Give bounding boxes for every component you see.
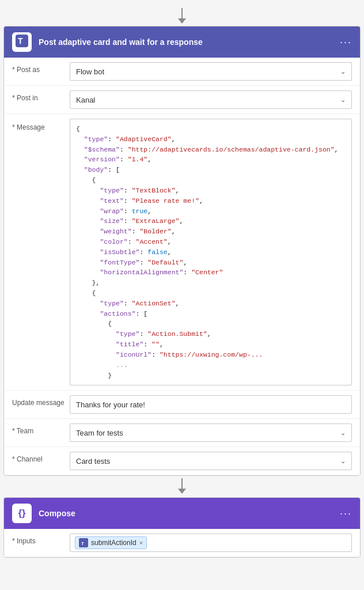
channel-value: Card tests <box>76 457 110 466</box>
message-label: * Message <box>12 119 70 131</box>
compose-block: {} Compose ··· * Inputs T <box>3 497 361 558</box>
update-message-value: Thanks for your rate! <box>76 400 145 409</box>
update-message-label: Update message <box>12 395 70 407</box>
message-field: * Message { "type": "AdaptiveCard", "$sc… <box>4 114 360 391</box>
page-wrapper: T Post adaptive card and wait for a resp… <box>3 0 361 563</box>
tag-remove-button[interactable]: × <box>139 539 143 546</box>
post-as-field: * Post as Flow bot ⌄ <box>4 58 360 86</box>
inputs-label: * Inputs <box>12 534 70 545</box>
update-message-field: Update message Thanks for your rate! <box>4 391 360 419</box>
bottom-arrow-connector <box>178 478 186 494</box>
teams-icon-wrapper: T <box>12 32 32 52</box>
compose-icon-wrapper: {} <box>12 504 32 523</box>
inputs-control: T submitActionId × <box>70 534 352 552</box>
post-as-dropdown[interactable]: Flow bot ⌄ <box>70 62 352 81</box>
post-in-value: Kanal <box>76 96 95 104</box>
channel-label: * Channel <box>12 452 70 463</box>
tag-teams-icon: T <box>79 538 88 547</box>
channel-chevron-icon: ⌄ <box>340 457 346 465</box>
update-message-control: Thanks for your rate! <box>70 395 352 414</box>
channel-control: Card tests ⌄ <box>70 452 352 470</box>
card-body: * Post as Flow bot ⌄ * Post in Kanal ⌄ <box>4 58 360 475</box>
submit-action-id-tag: T submitActionId × <box>75 536 147 549</box>
message-json-editor[interactable]: { "type": "AdaptiveCard", "$schema": "ht… <box>70 119 352 385</box>
post-in-chevron-icon: ⌄ <box>340 96 346 104</box>
tag-label: submitActionId <box>91 539 136 547</box>
post-as-value: Flow bot <box>76 67 104 76</box>
channel-dropdown[interactable]: Card tests ⌄ <box>70 452 352 470</box>
post-as-label: * Post as <box>12 62 70 74</box>
top-arrow-connector <box>178 8 186 24</box>
post-adaptive-card-block: T Post adaptive card and wait for a resp… <box>3 26 361 476</box>
team-field: * Team Team for tests ⌄ <box>4 419 360 447</box>
compose-curly-icon: {} <box>18 508 25 519</box>
message-control: { "type": "AdaptiveCard", "$schema": "ht… <box>70 119 352 385</box>
post-in-label: * Post in <box>12 90 70 102</box>
post-in-dropdown[interactable]: Kanal ⌄ <box>70 90 352 109</box>
post-as-control: Flow bot ⌄ <box>70 62 352 81</box>
svg-text:T: T <box>18 36 23 46</box>
inputs-tag-input[interactable]: T submitActionId × <box>70 534 352 552</box>
team-label: * Team <box>12 423 70 435</box>
post-in-control: Kanal ⌄ <box>70 90 352 109</box>
post-in-field: * Post in Kanal ⌄ <box>4 86 360 114</box>
svg-text:T: T <box>81 541 84 546</box>
compose-header: {} Compose ··· <box>4 498 360 529</box>
card-header: T Post adaptive card and wait for a resp… <box>4 27 360 58</box>
post-as-chevron-icon: ⌄ <box>340 68 346 75</box>
team-dropdown[interactable]: Team for tests ⌄ <box>70 423 352 442</box>
team-chevron-icon: ⌄ <box>340 429 346 437</box>
update-message-input[interactable]: Thanks for your rate! <box>70 395 352 414</box>
card-title: Post adaptive card and wait for a respon… <box>39 37 333 47</box>
inputs-field: * Inputs T submitActionId × <box>4 529 360 557</box>
channel-field: * Channel Card tests ⌄ <box>4 447 360 475</box>
compose-title: Compose <box>39 509 333 518</box>
compose-body: * Inputs T submitActionId × <box>4 529 360 557</box>
team-value: Team for tests <box>76 429 123 437</box>
team-control: Team for tests ⌄ <box>70 423 352 442</box>
teams-logo-icon: T <box>16 35 28 50</box>
compose-more-options-button[interactable]: ··· <box>340 508 352 520</box>
card-more-options-button[interactable]: ··· <box>340 36 352 48</box>
